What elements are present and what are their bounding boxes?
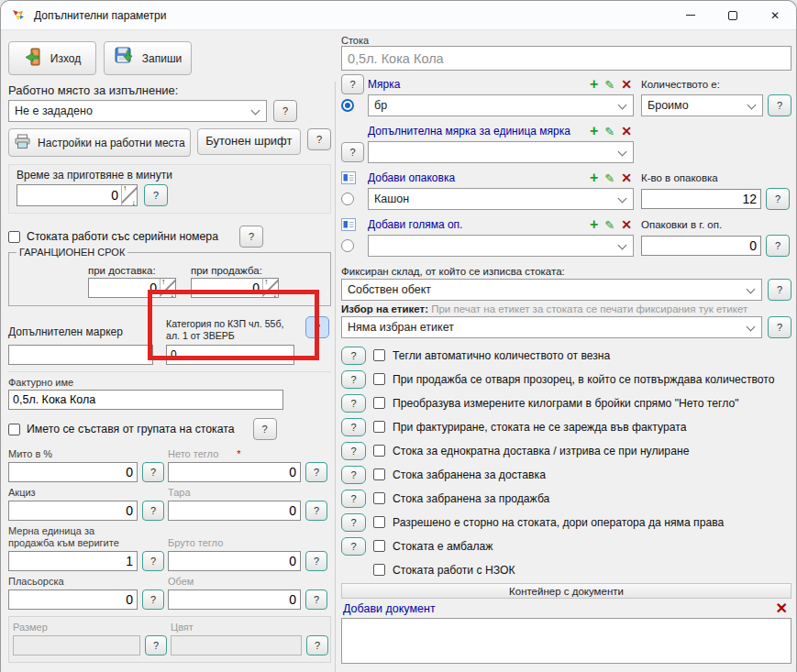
- option-help-button[interactable]: ?: [341, 466, 366, 484]
- add-package-link[interactable]: Добави опаковка: [368, 171, 455, 184]
- kzp-category-help-button[interactable]: ?: [305, 316, 329, 338]
- exit-button[interactable]: Изход: [8, 41, 96, 75]
- volume-input[interactable]: [168, 589, 301, 610]
- stock-name-input[interactable]: [341, 46, 791, 71]
- extra-marker-input[interactable]: [8, 345, 153, 365]
- edit-extra-measure-icon[interactable]: ✎: [604, 126, 614, 138]
- color-help-button[interactable]: ?: [306, 635, 328, 655]
- serial-numbers-checkbox[interactable]: [8, 231, 20, 243]
- workplace-select[interactable]: Не е зададено: [8, 100, 267, 122]
- extra-measure-select[interactable]: [368, 141, 634, 163]
- package-qty-help-button[interactable]: ?: [766, 188, 790, 210]
- measure-select[interactable]: бр: [368, 94, 634, 116]
- add-measure-icon[interactable]: +: [590, 77, 598, 92]
- option-help-button[interactable]: ?: [341, 490, 366, 508]
- button-font-button[interactable]: Бутонен шрифт: [197, 128, 301, 155]
- option-checkbox-scale-auto[interactable]: [373, 349, 385, 361]
- fixed-warehouse-select[interactable]: Собствен обект: [341, 279, 762, 301]
- extra-measure-help-button[interactable]: ?: [341, 142, 364, 162]
- gross-weight-input[interactable]: [168, 551, 301, 571]
- maximize-button[interactable]: [712, 1, 754, 29]
- warranty-sale-input[interactable]: [192, 279, 262, 297]
- option-help-button[interactable]: ?: [341, 513, 366, 532]
- tare-input[interactable]: [168, 501, 301, 521]
- invoice-name-input[interactable]: [8, 390, 283, 410]
- duty-input[interactable]: [8, 462, 138, 482]
- serial-numbers-help-button[interactable]: ?: [239, 226, 263, 248]
- documents-list-box[interactable]: [341, 618, 791, 664]
- chain-unit-help-button[interactable]: ?: [142, 551, 164, 571]
- add-document-link[interactable]: Добави документ: [343, 602, 436, 615]
- kzp-category-input[interactable]: [166, 345, 294, 365]
- gross-weight-help-button[interactable]: ?: [305, 551, 327, 571]
- edit-measure-icon[interactable]: ✎: [604, 79, 614, 91]
- net-weight-help-button[interactable]: ?: [305, 462, 327, 482]
- measure-link[interactable]: Мярка: [368, 78, 400, 91]
- distributor-help-button[interactable]: ?: [142, 589, 164, 610]
- delete-big-package-icon[interactable]: ✕: [621, 218, 632, 231]
- warranty-delivery-input[interactable]: [89, 279, 160, 297]
- tare-help-button[interactable]: ?: [305, 501, 327, 521]
- add-extra-measure-icon[interactable]: +: [590, 124, 598, 138]
- name-from-group-help-button[interactable]: ?: [253, 418, 277, 440]
- button-font-help-button[interactable]: ?: [307, 128, 331, 150]
- option-help-button[interactable]: ?: [341, 537, 366, 556]
- option-help-button[interactable]: ?: [341, 418, 366, 436]
- size-help-button[interactable]: ?: [145, 635, 167, 655]
- delete-measure-icon[interactable]: ✕: [621, 78, 632, 91]
- delete-document-icon[interactable]: ✕: [776, 601, 788, 616]
- extra-measure-link[interactable]: Допълнителна мярка за единица мярка: [368, 125, 570, 138]
- delete-package-icon[interactable]: ✕: [621, 171, 632, 184]
- add-package-icon[interactable]: +: [590, 171, 598, 185]
- option-checkbox-no-delivery[interactable]: [373, 468, 385, 480]
- color-input[interactable]: [171, 635, 302, 655]
- warranty-delivery-spinner[interactable]: ↑ ↓: [160, 279, 175, 297]
- net-weight-input[interactable]: [168, 462, 301, 482]
- prep-time-spinner[interactable]: ↑ ↓: [121, 185, 137, 205]
- option-checkbox-kg-to-pcs[interactable]: [373, 397, 385, 409]
- save-button[interactable]: Запиши: [104, 41, 192, 75]
- duty-help-button[interactable]: ?: [142, 462, 164, 482]
- workplace-settings-button[interactable]: Настройки на работни места: [8, 128, 191, 157]
- delete-extra-measure-icon[interactable]: ✕: [621, 125, 632, 138]
- distributor-input[interactable]: [8, 589, 138, 610]
- measure-help-button[interactable]: ?: [341, 74, 364, 94]
- add-big-package-link[interactable]: Добави голяма оп.: [368, 218, 462, 231]
- option-help-button[interactable]: ?: [341, 370, 366, 389]
- option-help-button[interactable]: ?: [341, 442, 366, 460]
- quantity-type-help-button[interactable]: ?: [768, 94, 791, 116]
- quantity-type-select[interactable]: Броимо: [641, 94, 763, 116]
- package-qty-input[interactable]: [641, 189, 761, 209]
- measure-radio[interactable]: [341, 99, 354, 112]
- big-package-radio[interactable]: [341, 239, 354, 252]
- size-input[interactable]: [13, 635, 140, 655]
- fixed-warehouse-help-button[interactable]: ?: [768, 279, 791, 301]
- chain-unit-input[interactable]: [8, 551, 138, 571]
- option-checkbox-no-invoice-load[interactable]: [373, 421, 385, 433]
- option-checkbox-nzok[interactable]: [373, 564, 385, 576]
- option-checkbox-single-delivery[interactable]: [373, 445, 385, 457]
- prep-time-input[interactable]: [17, 185, 121, 205]
- prep-time-help-button[interactable]: ?: [144, 184, 168, 206]
- package-select[interactable]: Кашон: [368, 188, 634, 210]
- minimize-button[interactable]: [670, 1, 712, 29]
- add-big-package-icon[interactable]: +: [590, 217, 598, 232]
- excise-input[interactable]: [8, 501, 138, 521]
- option-checkbox-no-sale[interactable]: [373, 492, 385, 504]
- option-checkbox-packaging[interactable]: [373, 540, 385, 552]
- option-checkbox-storno-allowed[interactable]: [373, 516, 385, 528]
- option-checkbox-confirm-qty[interactable]: [373, 373, 385, 385]
- big-package-qty-help-button[interactable]: ?: [766, 235, 790, 257]
- big-package-qty-input[interactable]: [641, 236, 761, 256]
- warranty-sale-spinner[interactable]: ↑ ↓: [262, 279, 278, 297]
- edit-big-package-icon[interactable]: ✎: [604, 219, 614, 231]
- option-help-button[interactable]: ?: [341, 347, 366, 365]
- package-radio[interactable]: [341, 193, 354, 205]
- volume-help-button[interactable]: ?: [305, 589, 327, 610]
- big-package-select[interactable]: [368, 235, 634, 257]
- workplace-help-button[interactable]: ?: [273, 100, 297, 122]
- option-help-button[interactable]: ?: [341, 394, 366, 413]
- etiket-select[interactable]: Няма избран етикет: [341, 316, 762, 338]
- excise-help-button[interactable]: ?: [142, 501, 164, 521]
- edit-package-icon[interactable]: ✎: [604, 172, 614, 184]
